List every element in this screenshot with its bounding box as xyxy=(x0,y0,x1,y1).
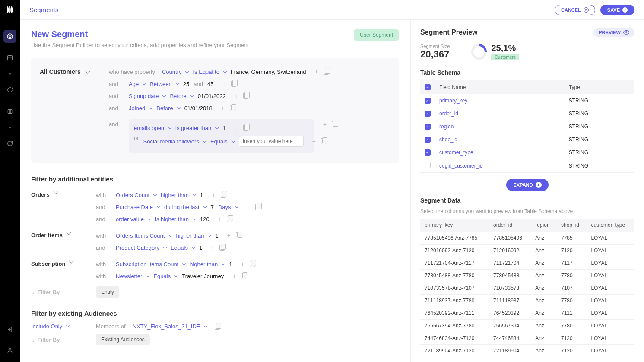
include-mode-select[interactable]: Include Only xyxy=(31,323,69,330)
operator-select[interactable]: is higher than xyxy=(155,216,196,222)
copy-icon[interactable] xyxy=(230,105,235,111)
property-select[interactable]: Country xyxy=(162,69,189,75)
operator-select[interactable]: Before xyxy=(156,105,180,111)
checkbox[interactable]: ✓ xyxy=(425,98,431,104)
entity-order-items[interactable]: Order Items xyxy=(31,229,87,254)
add-icon[interactable]: + xyxy=(240,260,245,267)
property-select[interactable]: order value xyxy=(116,216,151,222)
rule-value[interactable]: 01/01/2018 xyxy=(184,105,213,111)
property-select[interactable]: Age xyxy=(129,81,146,87)
add-icon[interactable]: + xyxy=(314,68,319,75)
entity-subscription[interactable]: Subscription xyxy=(31,258,87,282)
checkbox[interactable]: ✓ xyxy=(425,124,431,130)
rule-value[interactable]: 25 xyxy=(183,81,189,87)
add-icon[interactable]: + xyxy=(233,124,238,131)
operator-select[interactable]: Is Equal to xyxy=(193,69,226,75)
checkbox[interactable]: ✓ xyxy=(425,149,431,156)
field-name[interactable]: shop_id xyxy=(435,133,565,146)
audience-select[interactable]: NXTY_Flex_Sales_21_IDF xyxy=(133,323,207,330)
expand-button[interactable]: EXPAND+ xyxy=(506,179,548,191)
nav-data-icon[interactable] xyxy=(3,51,16,64)
property-select[interactable]: emails open xyxy=(134,125,171,131)
copy-icon[interactable] xyxy=(241,273,246,279)
field-name[interactable]: order_id xyxy=(435,107,565,120)
copy-icon[interactable] xyxy=(243,93,248,99)
chevron-down-icon xyxy=(149,105,152,109)
rule-value[interactable]: 01/01/2022 xyxy=(198,93,226,99)
property-select[interactable]: Joined xyxy=(129,105,152,111)
col-header: shop_id xyxy=(557,219,587,232)
add-icon[interactable]: + xyxy=(220,105,225,111)
add-icon[interactable]: + xyxy=(211,191,216,198)
property-select[interactable]: Signup date xyxy=(129,93,165,99)
copy-icon[interactable] xyxy=(332,121,337,127)
copy-icon[interactable] xyxy=(236,232,241,238)
nav-user-icon[interactable] xyxy=(3,344,16,357)
field-name[interactable]: region xyxy=(435,120,565,133)
add-icon[interactable]: + xyxy=(210,244,215,251)
operator-select[interactable]: Equals xyxy=(153,273,178,279)
copy-icon[interactable] xyxy=(243,125,248,131)
operator-select[interactable]: higher than xyxy=(176,232,211,239)
copy-icon[interactable] xyxy=(219,245,225,251)
field-type: STRING xyxy=(565,146,634,159)
copy-icon[interactable] xyxy=(255,204,260,210)
nav-segments-icon[interactable] xyxy=(3,30,16,43)
entity-chip[interactable]: Entity xyxy=(96,286,119,298)
add-icon[interactable]: + xyxy=(234,92,239,99)
copy-icon[interactable] xyxy=(324,69,329,75)
copy-icon[interactable] xyxy=(227,216,232,222)
copy-icon[interactable] xyxy=(221,192,226,198)
operator-select[interactable]: Equals xyxy=(171,245,195,251)
nav-external-icon[interactable] xyxy=(3,137,16,150)
operator-select[interactable]: Between xyxy=(150,81,179,87)
checkbox[interactable] xyxy=(425,162,431,168)
field-name[interactable]: customer_type xyxy=(435,146,565,159)
chevron-down-icon xyxy=(168,233,172,236)
rule-value[interactable]: France, Germany, Switzerland xyxy=(231,69,306,75)
property-select[interactable]: Social media followers xyxy=(143,138,206,145)
cancel-button[interactable]: CANCEL xyxy=(555,5,595,15)
property-select[interactable]: Orders Items Count xyxy=(116,232,171,239)
field-name[interactable]: cegid_customer_id xyxy=(435,159,565,173)
add-icon[interactable]: + xyxy=(217,216,222,222)
checkbox-all[interactable]: − xyxy=(425,84,431,90)
property-select[interactable]: Orders Count xyxy=(116,192,156,198)
property-select[interactable]: Newsletter xyxy=(116,273,149,279)
entity-orders[interactable]: Orders xyxy=(31,189,87,225)
add-icon[interactable]: + xyxy=(232,273,237,279)
operator-select[interactable]: is greater than xyxy=(175,125,218,131)
value-input[interactable] xyxy=(239,136,304,147)
add-icon[interactable]: + xyxy=(221,80,226,87)
add-icon[interactable]: + xyxy=(246,203,251,210)
save-button[interactable]: SAVE xyxy=(600,5,634,15)
property-select[interactable]: Purchase Date xyxy=(116,204,160,210)
checkbox[interactable]: ✓ xyxy=(425,111,431,117)
checkbox[interactable]: ✓ xyxy=(425,137,431,143)
operator-select[interactable]: during the last xyxy=(164,204,206,210)
add-icon[interactable]: + xyxy=(311,138,317,145)
rule-value[interactable]: 1 xyxy=(222,125,225,131)
nav-box-icon[interactable] xyxy=(3,105,16,118)
copy-icon[interactable] xyxy=(321,138,326,144)
preview-button[interactable]: PREVIEW xyxy=(593,28,634,37)
property-select[interactable]: Product Category xyxy=(116,245,166,251)
unit-select[interactable]: Days xyxy=(218,204,238,210)
rule-value[interactable]: 45 xyxy=(207,81,213,87)
operator-select[interactable]: Before xyxy=(170,93,193,99)
nav-logout-icon[interactable] xyxy=(3,323,16,336)
operator-select[interactable]: higher than xyxy=(190,261,225,267)
copy-icon[interactable] xyxy=(231,81,236,87)
breadcrumb[interactable]: Segments xyxy=(29,6,59,13)
copy-icon[interactable] xyxy=(215,324,220,330)
entity-selector[interactable]: All Customers xyxy=(40,68,105,75)
nav-refresh-icon[interactable] xyxy=(3,83,16,96)
add-icon[interactable]: + xyxy=(322,121,327,128)
field-name[interactable]: primary_key xyxy=(435,94,565,107)
add-icon[interactable]: + xyxy=(226,232,232,239)
audiences-chip[interactable]: Existing Audiences xyxy=(96,334,150,345)
copy-icon[interactable] xyxy=(250,261,255,267)
property-select[interactable]: Subscription Items Count xyxy=(116,261,185,267)
operator-select[interactable]: higher than xyxy=(161,192,196,198)
operator-select[interactable]: Equals xyxy=(210,138,235,145)
